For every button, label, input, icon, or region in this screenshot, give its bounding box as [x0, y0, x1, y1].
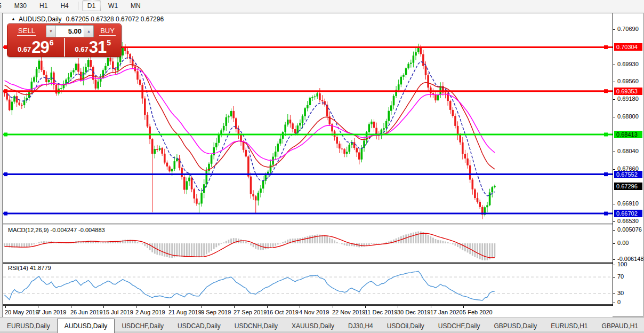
- price-axis-tick: [613, 204, 615, 204]
- date-axis-label: 27 Sep 2019: [234, 309, 267, 315]
- level-price-badge-red: 0.69353: [614, 88, 642, 95]
- price-axis-label: 0.70690: [617, 26, 639, 32]
- date-axis-tick: [431, 306, 431, 308]
- price-axis-tick: [613, 117, 615, 117]
- price-axis-tick: [613, 65, 615, 65]
- price-axis-label: 0.69560: [617, 78, 639, 84]
- current-price-badge: 0.67296: [614, 183, 642, 190]
- buy-price-big: 31: [89, 39, 106, 56]
- price-axis-label: 0.66910: [617, 200, 639, 207]
- date-axis-tick: [5, 306, 6, 308]
- sell-price-prefix: 0.67: [18, 45, 31, 53]
- rsi-axis-label: 100: [617, 261, 627, 267]
- timeframe-button-m30[interactable]: M30: [9, 1, 32, 11]
- price-axis-label: 0.66530: [617, 218, 639, 224]
- buy-price-box[interactable]: 0.67 31 5: [65, 38, 122, 57]
- sell-button-label: SELL: [17, 27, 36, 36]
- chart-title: ▲AUDUSD,Daily0.67205 0.67328 0.67072 0.6…: [11, 15, 164, 23]
- chart-window: ▲AUDUSD,Daily0.67205 0.67328 0.67072 0.6…: [2, 13, 643, 317]
- price-axis-tick: [613, 152, 615, 152]
- date-axis-label: 7 Jun 2019: [37, 309, 66, 315]
- date-axis-label: 21 Aug 2019: [168, 309, 202, 315]
- macd-axis-tick: [613, 243, 615, 244]
- sell-price-big: 29: [31, 39, 49, 56]
- mt4-application: 5M30H1H4D1W1MN ▲AUDUSD,Daily0.67205 0.67…: [0, 0, 644, 333]
- chart-tab-audusd-daily[interactable]: AUDUSD,Daily: [57, 319, 115, 333]
- macd-axis-label: 0.00: [617, 240, 629, 246]
- price-axis-tick: [613, 169, 615, 170]
- date-axis-label: 17 Jan 2020: [430, 309, 463, 315]
- date-axis-label: 22 Nov 2019: [332, 309, 365, 315]
- timeframe-button-h4[interactable]: H4: [55, 1, 74, 11]
- rsi-axis-label: 0: [617, 299, 621, 305]
- rsi-pane-canvas[interactable]: RSI(14) 41.8779: [3, 263, 613, 304]
- price-axis-tick: [613, 82, 615, 82]
- date-axis-tick: [103, 306, 104, 308]
- date-axis-label: 9 Sep 2019: [201, 309, 231, 315]
- macd-axis-label: 0.005076: [617, 226, 642, 233]
- price-axis-label: 0.69180: [617, 96, 639, 102]
- timeframe-button-h1[interactable]: H1: [34, 1, 53, 11]
- buy-button-label: BUY: [99, 27, 116, 36]
- timeframe-button-w1[interactable]: W1: [103, 1, 123, 11]
- date-axis-label: 20 May 2019: [5, 309, 39, 315]
- price-axis-tick: [613, 29, 615, 30]
- pane-separator[interactable]: [3, 262, 613, 264]
- price-axis[interactable]: 0.706900.703040.699300.695600.693530.691…: [613, 13, 643, 306]
- volume-spinner: ▼ ▲: [46, 25, 94, 37]
- level-price-badge-red: 0.70304: [614, 43, 642, 51]
- volume-decrease-button[interactable]: ▼: [46, 26, 56, 37]
- macd-pane-canvas[interactable]: MACD(12,26,9) -0.004247 -0.004883: [3, 225, 613, 262]
- price-axis-label: 0.69930: [617, 61, 639, 67]
- volume-increase-button[interactable]: ▲: [84, 26, 93, 37]
- toolbar-separator: [78, 2, 78, 10]
- date-axis-label: 15 Jul 2019: [103, 309, 133, 315]
- date-axis-tick: [365, 306, 366, 308]
- date-axis-tick: [267, 306, 268, 308]
- timeframe-button-mn[interactable]: MN: [125, 1, 146, 11]
- rsi-axis-tick: [613, 303, 615, 303]
- volume-input[interactable]: [56, 26, 84, 37]
- chart-symbol-label: AUDUSD,Daily: [19, 15, 62, 23]
- date-axis-label: 30 Dec 2019: [397, 309, 430, 315]
- date-axis-tick: [136, 306, 136, 308]
- date-axis-tick: [202, 306, 202, 308]
- date-axis-label: 4 Nov 2019: [299, 309, 329, 315]
- date-axis-label: 2 Aug 2019: [135, 309, 165, 315]
- sell-price-box[interactable]: 0.67 29 6: [7, 38, 65, 57]
- chart-tab-bar: EURUSD,DailyAUDUSD,DailyUSDCHF,DailyUSDC…: [0, 318, 644, 333]
- sell-price-sup: 6: [50, 38, 54, 47]
- date-axis-label: 26 Jun 2019: [70, 309, 103, 315]
- buy-button[interactable]: BUY: [94, 24, 121, 38]
- pane-separator[interactable]: [3, 224, 613, 225]
- date-axis-tick: [398, 306, 398, 308]
- rsi-axis-label: 30: [617, 290, 624, 296]
- sell-button[interactable]: SELL: [7, 24, 46, 38]
- rsi-axis-tick: [613, 277, 615, 278]
- date-axis-tick: [169, 306, 170, 308]
- date-axis[interactable]: 20 May 20197 Jun 201926 Jun 201915 Jul 2…: [3, 306, 613, 318]
- date-axis-label: 11 Dec 2019: [365, 309, 398, 315]
- timeframe-button-5[interactable]: 5: [0, 1, 7, 11]
- collapse-triangle-icon[interactable]: ▲: [11, 17, 15, 21]
- date-axis-tick: [71, 306, 71, 308]
- date-axis-tick: [300, 306, 300, 308]
- macd-axis-tick: [613, 230, 615, 231]
- date-axis-tick: [463, 306, 464, 308]
- spinner-down-icon: ▼: [49, 29, 53, 33]
- timeframe-button-d1[interactable]: D1: [82, 1, 101, 11]
- chart-ohlc-values: 0.67205 0.67328 0.67072 0.67296: [66, 15, 164, 23]
- date-axis-label: 5 Feb 2020: [463, 309, 493, 315]
- rsi-axis-label: 70: [617, 273, 624, 280]
- level-price-badge-blue: 0.67552: [614, 171, 642, 178]
- price-axis-tick: [613, 99, 615, 100]
- price-axis-label: 0.68800: [617, 113, 639, 120]
- level-price-badge-blue: 0.66702: [614, 210, 642, 217]
- rsi-axis-tick: [613, 265, 615, 265]
- price-axis-tick: [613, 221, 615, 222]
- date-axis-tick: [333, 306, 333, 308]
- macd-axis-tick: [613, 259, 615, 260]
- one-click-trade-panel: SELL ▼ ▲ BUY 0.67 29 6 0.67 31 5: [7, 24, 121, 57]
- rsi-axis-tick: [613, 294, 615, 294]
- date-axis-tick: [234, 306, 235, 308]
